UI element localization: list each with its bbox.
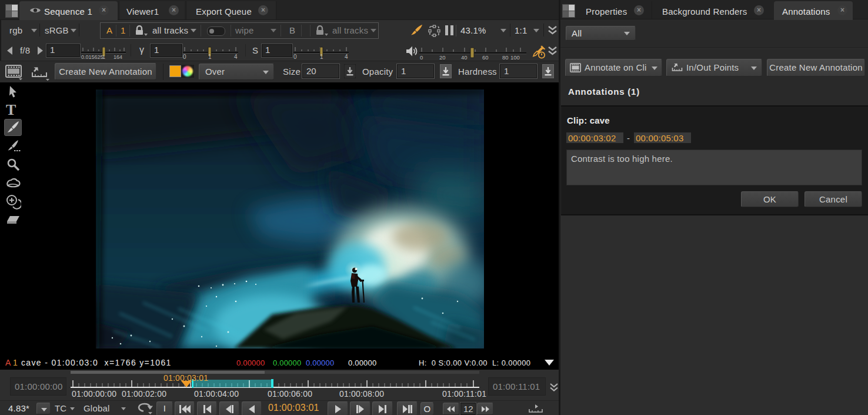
svg-text:1: 1 [208, 54, 212, 60]
svg-text:0: 0 [293, 54, 297, 60]
svg-text:1: 1 [320, 54, 323, 60]
svg-text:164: 164 [113, 54, 122, 60]
svg-text:40: 40 [461, 54, 468, 61]
svg-text:0: 0 [420, 54, 423, 61]
svg-text:20: 20 [439, 54, 446, 61]
svg-text:1: 1 [102, 54, 105, 60]
svg-text:4: 4 [345, 54, 348, 60]
svg-text:60: 60 [482, 54, 489, 61]
svg-text:0: 0 [183, 54, 186, 60]
svg-text:0.015625: 0.015625 [81, 54, 104, 60]
svg-text:4: 4 [234, 54, 238, 60]
svg-text:100: 100 [510, 54, 520, 61]
svg-text:80: 80 [502, 54, 509, 61]
